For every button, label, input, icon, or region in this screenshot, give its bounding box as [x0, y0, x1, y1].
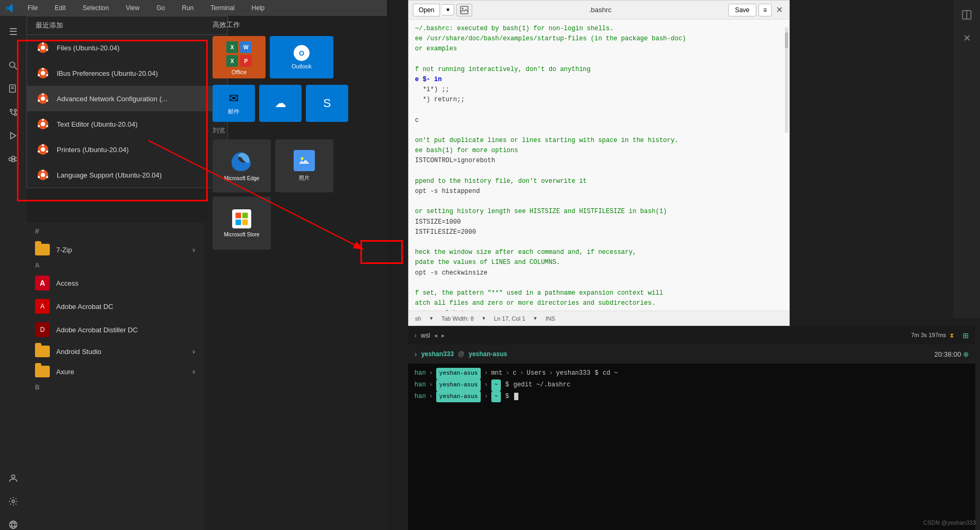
terminal-content[interactable]: han › yeshan-asus › mnt › c › Users › ye…	[408, 364, 975, 530]
sidebar-settings[interactable]	[3, 491, 24, 512]
office-tile[interactable]: X W X P Office	[213, 36, 266, 78]
edge-tile[interactable]: Microsoft Edge	[213, 139, 271, 192]
mail-tile[interactable]: ✉ 邮件	[213, 85, 255, 122]
sidebar-search[interactable]	[3, 55, 24, 76]
vscode-close-icon[interactable]: ✕	[957, 29, 976, 48]
bashrc-editor-content[interactable]: ~/.bashrc: executed by bash(1) for non-l…	[409, 20, 789, 311]
sidebar-extensions[interactable]	[3, 148, 24, 170]
menu-edit[interactable]: Edit	[51, 3, 69, 13]
code-line-17: opt -s histappend	[415, 187, 783, 197]
wsl-nav-left[interactable]: ◂	[434, 332, 437, 339]
dropdown-language-icon[interactable]: ▾	[430, 315, 433, 322]
menu-file[interactable]: File	[24, 3, 41, 13]
t3-user: han	[414, 391, 426, 403]
scrollbar[interactable]	[785, 27, 788, 133]
app-item-adobe-acrobat[interactable]: A Adobe Acrobat DC	[27, 295, 204, 318]
sidebar-hamburger[interactable]: ☰	[3, 21, 24, 42]
expand-axure-icon[interactable]: ∨	[192, 369, 196, 375]
svg-point-50	[301, 157, 304, 160]
terminal-header: › yeshan333 @ yeshan-asus 20:38:00 ⊕	[408, 344, 975, 364]
recent-item-printers[interactable]: Printers (Ubuntu-20.04)	[27, 137, 227, 162]
sidebar-accounts[interactable]	[3, 467, 24, 489]
app-item-adobe-distiller[interactable]: D Adobe Acrobat Distiller DC	[27, 318, 204, 341]
outlook-tile[interactable]: O Outlook	[270, 36, 333, 78]
bashrc-statusbar: sh ▾ Tab Width: 8 ▾ Ln 17, Col 1 ▾ INS	[409, 311, 789, 325]
vscode-split-icon[interactable]	[957, 5, 976, 24]
app-item-7zip[interactable]: 7-Zip ∨	[27, 240, 204, 260]
wsl-bar: › wsl ◂ ▸ 7m 3s 197ms ⧗ ⊞	[408, 326, 975, 344]
sidebar-globe[interactable]	[3, 514, 24, 530]
app-access-label: Access	[56, 279, 78, 287]
menu-view[interactable]: View	[122, 3, 143, 13]
store-tile-label: Microsoft Store	[224, 232, 259, 237]
recently-added-panel: 最近添加 Files (Ubuntu-20.04) IBus Preferenc…	[27, 16, 228, 188]
ubuntu-icon-files	[36, 40, 50, 55]
save-button[interactable]: Save	[728, 4, 756, 16]
bashrc-titlebar: Open ▼ .bashrc Save ≡ ✕	[409, 1, 789, 20]
code-line-23: heck the window size after each command …	[415, 248, 783, 258]
app-axure-label: Axure	[56, 368, 74, 376]
menu-selection[interactable]: Selection	[80, 3, 112, 13]
folder-icon-7zip	[35, 244, 50, 255]
code-line-4	[415, 55, 783, 65]
outlook-tile-label: Outlook	[292, 63, 312, 69]
recent-item-files[interactable]: Files (Ubuntu-20.04)	[27, 35, 227, 60]
language-indicator[interactable]: sh	[415, 315, 421, 322]
svg-point-22	[42, 42, 44, 45]
svg-point-47	[42, 170, 44, 172]
scroll-thumb[interactable]	[785, 32, 788, 48]
open-button[interactable]: Open	[413, 4, 440, 16]
code-line-20: ISTSIZE=1000	[415, 217, 783, 227]
svg-point-7	[14, 109, 16, 111]
svg-point-29	[38, 74, 40, 76]
sidebar-git[interactable]	[3, 102, 24, 123]
svg-point-23	[46, 49, 48, 51]
app-item-axure[interactable]: Axure ∨	[27, 361, 204, 382]
dropdown-tab-icon[interactable]: ▾	[482, 315, 485, 322]
recent-item-network[interactable]: Advanced Network Configuration (...	[27, 86, 227, 111]
recent-item-texteditor[interactable]: Text Editor (Ubuntu-20.04)	[27, 111, 227, 137]
cursor-dropdown-icon[interactable]: ▾	[534, 315, 537, 322]
sidebar-debug[interactable]	[3, 125, 24, 146]
access-icon: A	[35, 276, 50, 290]
recent-item-ibus-label: IBus Preferences (Ubuntu-20.04)	[57, 69, 158, 77]
folder-android-studio	[35, 346, 50, 357]
menu-go[interactable]: Go	[153, 3, 168, 13]
menu-button[interactable]: ≡	[758, 4, 772, 16]
svg-point-49	[38, 176, 40, 178]
recent-item-printers-label: Printers (Ubuntu-20.04)	[57, 146, 129, 154]
image-button[interactable]	[456, 4, 472, 16]
code-line-2: ee /usr/share/doc/bash/examples/startup-…	[415, 34, 783, 44]
vscode-logo-icon	[5, 4, 14, 12]
onedrive-tile[interactable]: ☁	[259, 85, 302, 122]
code-line-24: pdate the values of LINES and COLUMNS.	[415, 258, 783, 268]
store-tile[interactable]: Microsoft Store	[213, 197, 271, 250]
menu-help[interactable]: Help	[249, 3, 268, 13]
recent-item-language[interactable]: Language Support (Ubuntu-20.04)	[27, 162, 227, 188]
code-line-9	[415, 105, 783, 116]
expand-android-studio-icon[interactable]: ∨	[192, 349, 196, 355]
wsl-expand-icon[interactable]: ⊞	[963, 331, 969, 340]
browse-label: 刘览	[204, 124, 400, 137]
code-line-14: ISTCONTROL=ignoreboth	[415, 156, 783, 166]
open-dropdown-button[interactable]: ▼	[442, 4, 454, 15]
tab-width-indicator[interactable]: Tab Width: 8	[442, 315, 474, 322]
t2-homedir: ~	[491, 379, 501, 391]
app-item-access[interactable]: A Access	[27, 271, 204, 295]
app-item-android-studio[interactable]: Android Studio ∨	[27, 341, 204, 361]
skype-tile[interactable]: S	[306, 85, 348, 122]
menu-run[interactable]: Run	[179, 3, 197, 13]
svg-point-28	[46, 74, 48, 76]
code-line-6: e $- in	[415, 75, 783, 85]
code-line-7: *i*) ;;	[415, 85, 783, 95]
wsl-nav-right[interactable]: ▸	[442, 332, 445, 339]
expand-7zip-icon[interactable]: ∨	[192, 247, 196, 253]
ubuntu-icon-texteditor	[36, 117, 50, 131]
svg-point-39	[38, 125, 40, 127]
recent-item-ibus[interactable]: IBus Preferences (Ubuntu-20.04)	[27, 60, 227, 86]
sidebar-files[interactable]	[3, 78, 24, 100]
close-button[interactable]: ✕	[774, 5, 785, 15]
menu-terminal[interactable]: Terminal	[207, 3, 237, 13]
svg-point-0	[10, 62, 15, 67]
photos-tile[interactable]: 照片	[275, 139, 333, 192]
